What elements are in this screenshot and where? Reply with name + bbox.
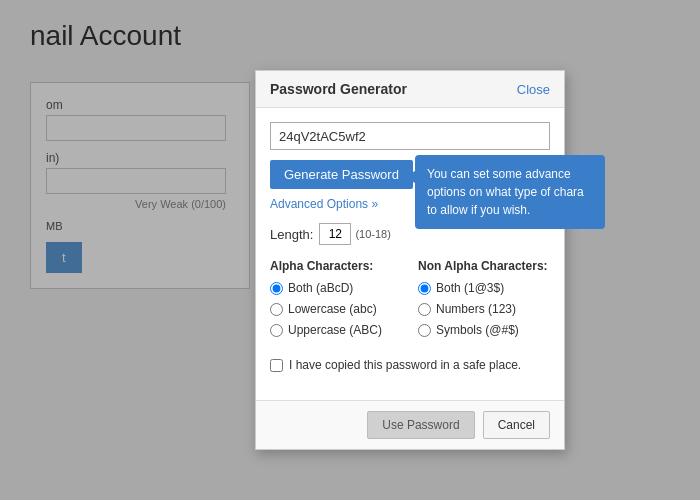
modal-close-link[interactable]: Close — [517, 82, 550, 97]
tooltip-text: You can set some advance options on what… — [427, 167, 584, 217]
alpha-lower-label: Lowercase (abc) — [288, 302, 377, 316]
non-alpha-group: Non Alpha Characters: Both (1@3$) Number… — [418, 259, 550, 344]
character-options: Alpha Characters: Both (aBcD) Lowercase … — [270, 259, 550, 344]
modal-header: Password Generator Close — [256, 71, 564, 108]
cancel-button[interactable]: Cancel — [483, 411, 550, 439]
modal-title: Password Generator — [270, 81, 407, 97]
non-alpha-symbols-label: Symbols (@#$) — [436, 323, 519, 337]
non-alpha-numbers-radio[interactable] — [418, 303, 431, 316]
alpha-both-option[interactable]: Both (aBcD) — [270, 281, 402, 295]
alpha-both-radio[interactable] — [270, 282, 283, 295]
modal-body: Generate Password Advanced Options » Len… — [256, 108, 564, 400]
tooltip-bubble: You can set some advance options on what… — [415, 155, 605, 229]
non-alpha-symbols-option[interactable]: Symbols (@#$) — [418, 323, 550, 337]
non-alpha-both-option[interactable]: Both (1@3$) — [418, 281, 550, 295]
non-alpha-both-label: Both (1@3$) — [436, 281, 504, 295]
alpha-group-title: Alpha Characters: — [270, 259, 402, 273]
password-generator-modal: Password Generator Close Generate Passwo… — [255, 70, 565, 450]
non-alpha-group-title: Non Alpha Characters: — [418, 259, 550, 273]
safe-copy-label: I have copied this password in a safe pl… — [289, 358, 521, 372]
safe-copy-checkbox[interactable] — [270, 359, 283, 372]
length-input[interactable] — [319, 223, 351, 245]
alpha-upper-option[interactable]: Uppercase (ABC) — [270, 323, 402, 337]
generated-password-field[interactable] — [270, 122, 550, 150]
alpha-lower-radio[interactable] — [270, 303, 283, 316]
alpha-lower-option[interactable]: Lowercase (abc) — [270, 302, 402, 316]
non-alpha-numbers-label: Numbers (123) — [436, 302, 516, 316]
non-alpha-both-radio[interactable] — [418, 282, 431, 295]
modal-footer: Use Password Cancel — [256, 400, 564, 449]
alpha-both-label: Both (aBcD) — [288, 281, 353, 295]
length-range: (10-18) — [355, 228, 390, 240]
alpha-upper-radio[interactable] — [270, 324, 283, 337]
alpha-group: Alpha Characters: Both (aBcD) Lowercase … — [270, 259, 402, 344]
length-label: Length: — [270, 227, 313, 242]
use-password-button[interactable]: Use Password — [367, 411, 474, 439]
non-alpha-numbers-option[interactable]: Numbers (123) — [418, 302, 550, 316]
non-alpha-symbols-radio[interactable] — [418, 324, 431, 337]
generate-password-button[interactable]: Generate Password — [270, 160, 413, 189]
alpha-upper-label: Uppercase (ABC) — [288, 323, 382, 337]
safe-copy-checkbox-row[interactable]: I have copied this password in a safe pl… — [270, 358, 550, 372]
